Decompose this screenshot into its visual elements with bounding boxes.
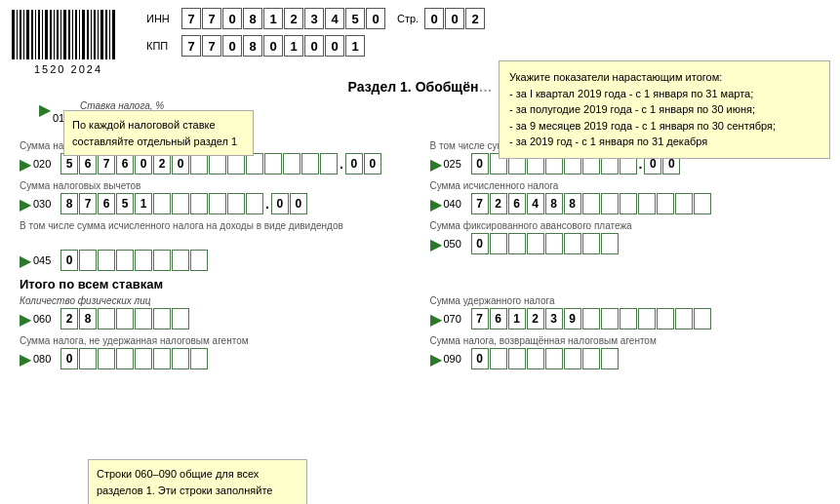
svg-rect-12 bbox=[54, 10, 55, 59]
svg-rect-17 bbox=[72, 10, 73, 59]
inn-digit-cell: 4 bbox=[325, 8, 344, 29]
row-080-label: Сумма налога, не удержанная налоговым аг… bbox=[20, 335, 420, 346]
svg-rect-21 bbox=[87, 10, 89, 59]
row-070-col: Сумма удержанного налога ▶ 070 761239 bbox=[430, 295, 831, 330]
svg-rect-4 bbox=[23, 10, 24, 59]
digit-filler-cell bbox=[694, 193, 711, 214]
digit-filler-cell bbox=[246, 193, 263, 214]
svg-rect-27 bbox=[109, 10, 110, 59]
digit-filler-cell bbox=[657, 193, 674, 214]
digit-filler-cell bbox=[190, 153, 208, 174]
digit-filler-cell bbox=[153, 348, 171, 369]
svg-rect-23 bbox=[94, 10, 96, 59]
digit-cell: 0 bbox=[471, 233, 489, 254]
digit-cell: 1 bbox=[135, 193, 152, 214]
str-digit-cell: 0 bbox=[445, 8, 464, 29]
digit-cell: 7 bbox=[79, 193, 97, 214]
svg-rect-24 bbox=[98, 10, 99, 59]
digit-cell: 6 bbox=[508, 193, 526, 214]
kpp-digit-cell: 8 bbox=[243, 35, 262, 57]
svg-rect-5 bbox=[26, 10, 29, 59]
arrow-040: ▶ bbox=[430, 195, 442, 213]
digit-cell: 6 bbox=[116, 153, 134, 174]
row-090-boxes: 0 bbox=[471, 348, 619, 369]
row-060-label: Количество физических лиц bbox=[20, 295, 420, 306]
row-number-025: 025 bbox=[444, 158, 471, 170]
row-080-col: Сумма налога, не удержанная налоговым аг… bbox=[20, 335, 420, 369]
digit-cell: 0 bbox=[60, 348, 78, 369]
digit-filler-cell bbox=[545, 348, 563, 369]
digit-filler-cell bbox=[527, 233, 544, 254]
svg-rect-19 bbox=[79, 10, 80, 59]
row-020-boxes-area: ▶ 020 5676020 . 00 bbox=[20, 153, 420, 174]
kpp-digit-cell: 0 bbox=[263, 35, 283, 57]
row-045-boxes-area: ▶ 045 0 bbox=[20, 250, 420, 271]
row-number-045: 045 bbox=[33, 254, 60, 266]
arrow-080: ▶ bbox=[20, 350, 31, 368]
digit-filler-cell bbox=[582, 233, 600, 254]
digit-cell: 5 bbox=[116, 193, 134, 214]
digit-filler-cell bbox=[135, 348, 152, 369]
digit-filler-cell bbox=[601, 233, 619, 254]
row-070-boxes: 761239 bbox=[471, 308, 711, 330]
svg-rect-15 bbox=[63, 10, 66, 59]
inn-digit-cell: 0 bbox=[222, 8, 242, 29]
row-045-label: В том числе сумма исчисленного налога на… bbox=[20, 220, 420, 248]
digit-filler-cell bbox=[153, 193, 171, 214]
digit-cell: 0 bbox=[290, 193, 307, 214]
str-digit-cell: 2 bbox=[465, 8, 485, 29]
digit-filler-cell bbox=[582, 348, 600, 369]
str-label: Стр. bbox=[397, 13, 419, 24]
digit-filler-cell bbox=[190, 193, 208, 214]
digit-filler-cell bbox=[601, 308, 619, 330]
row-number-070: 070 bbox=[444, 313, 471, 325]
svg-rect-18 bbox=[75, 10, 77, 59]
digit-filler-cell bbox=[172, 193, 189, 214]
digit-cell: 4 bbox=[527, 193, 544, 214]
arrow-010: ▶ bbox=[39, 100, 51, 119]
section-subtitle: Итого по всем ставкам bbox=[20, 277, 830, 291]
row-040-boxes: 726488 bbox=[471, 193, 711, 214]
digit-filler-cell bbox=[490, 233, 507, 254]
digit-cell: 8 bbox=[545, 193, 563, 214]
digit-filler-cell bbox=[675, 308, 693, 330]
tooltip-stavka-text: По каждой налоговой ставке составляйте о… bbox=[72, 119, 237, 147]
row-050-boxes-area: ▶ 050 0 bbox=[430, 233, 831, 254]
arrow-070: ▶ bbox=[430, 310, 442, 329]
inn-digit-cell: 8 bbox=[243, 8, 262, 29]
digit-cell: 1 bbox=[508, 308, 526, 330]
svg-rect-11 bbox=[50, 10, 52, 59]
digit-cell: 8 bbox=[564, 193, 581, 214]
row-060-boxes-area: ▶ 060 28 bbox=[20, 308, 420, 330]
row-number-040: 040 bbox=[444, 198, 471, 210]
digit-filler-cell bbox=[153, 250, 171, 271]
row-number-030: 030 bbox=[33, 198, 60, 210]
arrow-050: ▶ bbox=[430, 235, 442, 253]
row-090-boxes-area: ▶ 090 0 bbox=[430, 348, 831, 369]
barcode-image bbox=[10, 8, 117, 61]
svg-rect-8 bbox=[38, 10, 40, 59]
row-040-col: Сумма исчисленного налога ▶ 040 726488 bbox=[430, 180, 831, 214]
kpp-digit-cell: 1 bbox=[345, 35, 365, 57]
row-number-060: 060 bbox=[33, 313, 60, 325]
page: 1520 2024 ИНН 7708123450 Стр. 002 КПП 77… bbox=[0, 0, 840, 504]
digit-filler-cell bbox=[601, 348, 619, 369]
digit-cell: 9 bbox=[564, 308, 581, 330]
svg-rect-13 bbox=[57, 10, 59, 59]
row-080-boxes-area: ▶ 080 0 bbox=[20, 348, 420, 369]
svg-rect-28 bbox=[112, 10, 115, 59]
row-020-decimal: 00 bbox=[345, 153, 381, 174]
digit-cell: 5 bbox=[60, 153, 78, 174]
digit-cell: 0 bbox=[364, 153, 381, 174]
digit-cell: 2 bbox=[527, 308, 544, 330]
row-045-boxes: 0 bbox=[60, 250, 208, 271]
str-digit-cell: 0 bbox=[424, 8, 444, 29]
row-number-020: 020 bbox=[33, 158, 60, 170]
svg-rect-26 bbox=[105, 10, 107, 59]
inn-digit-cell: 0 bbox=[366, 8, 385, 29]
row-020-boxes: 5676020 bbox=[60, 153, 338, 174]
digit-filler-cell bbox=[79, 250, 97, 271]
inn-digit-cell: 7 bbox=[181, 8, 201, 29]
digit-cell: 3 bbox=[545, 308, 563, 330]
digit-filler-cell bbox=[190, 348, 208, 369]
